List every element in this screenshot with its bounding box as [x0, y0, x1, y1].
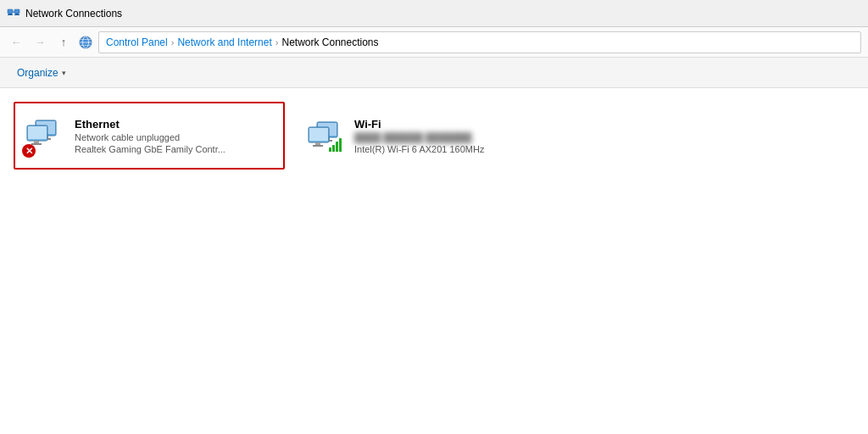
svg-rect-32: [339, 138, 342, 152]
breadcrumb-network-internet[interactable]: Network and Internet: [177, 36, 271, 48]
up-button[interactable]: ↑: [54, 33, 73, 52]
svg-rect-29: [329, 147, 331, 152]
title-bar-text: Network Connections: [25, 8, 122, 19]
svg-rect-17: [28, 126, 47, 139]
back-button[interactable]: ←: [7, 33, 25, 52]
wifi-adapter-detail: Intel(R) Wi-Fi 6 AX201 160MHz: [354, 144, 484, 154]
breadcrumb[interactable]: Control Panel › Network and Internet › N…: [98, 31, 861, 53]
ethernet-adapter-card[interactable]: ✕ Ethernet Network cable unplugged Realt…: [14, 102, 285, 170]
address-bar: ← → ↑ Control Panel › Network and Intern…: [0, 27, 868, 58]
wifi-adapter-name: Wi-Fi: [354, 118, 484, 131]
svg-rect-31: [336, 142, 338, 152]
breadcrumb-control-panel[interactable]: Control Panel: [106, 36, 168, 48]
svg-rect-5: [14, 14, 19, 15]
ethernet-adapter-name: Ethernet: [75, 118, 225, 131]
svg-rect-4: [15, 14, 19, 14]
organize-label: Organize: [17, 67, 58, 79]
ethernet-adapter-detail: Realtek Gaming GbE Family Contr...: [75, 144, 225, 154]
wifi-icon-wrap: [302, 114, 346, 158]
svg-rect-28: [313, 145, 323, 147]
main-content: ✕ Ethernet Network cable unplugged Realt…: [0, 88, 868, 183]
error-badge: ✕: [22, 144, 36, 158]
location-icon: [78, 35, 93, 50]
svg-rect-2: [8, 14, 13, 15]
svg-rect-0: [8, 9, 13, 14]
svg-rect-3: [14, 9, 19, 14]
ethernet-adapter-status: Network cable unplugged: [75, 132, 225, 142]
wifi-adapter-card[interactable]: Wi-Fi ████ ██████ ███████ Intel(R) Wi-Fi…: [295, 102, 566, 170]
toolbar: Organize ▾: [0, 58, 868, 88]
title-bar: Network Connections: [0, 0, 868, 27]
ethernet-adapter-info: Ethernet Network cable unplugged Realtek…: [75, 118, 225, 154]
organize-dropdown-arrow: ▾: [62, 69, 66, 77]
svg-rect-26: [309, 128, 328, 141]
svg-rect-30: [332, 145, 335, 152]
organize-button[interactable]: Organize ▾: [10, 64, 73, 81]
wifi-computer-icon: [303, 115, 344, 156]
wifi-adapter-info: Wi-Fi ████ ██████ ███████ Intel(R) Wi-Fi…: [354, 118, 484, 154]
window-icon: [7, 7, 20, 20]
svg-rect-1: [8, 14, 12, 14]
forward-button[interactable]: →: [31, 33, 49, 52]
breadcrumb-current: Network Connections: [281, 36, 378, 48]
ethernet-icon-wrap: ✕: [22, 114, 66, 158]
wifi-adapter-status: ████ ██████ ███████: [354, 132, 484, 142]
